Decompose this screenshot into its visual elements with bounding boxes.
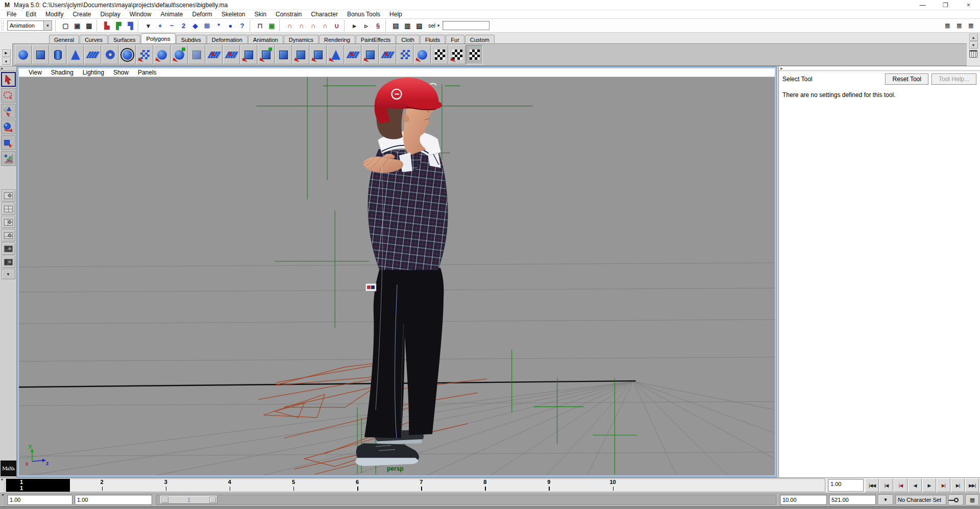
misc-mask-icon[interactable]: ? — [237, 20, 248, 31]
step-back-frame-button[interactable]: |◀ — [879, 478, 893, 492]
shelf-poly-cylinder-icon[interactable] — [50, 45, 66, 64]
viewport-menu-shading[interactable]: Shading — [46, 69, 78, 76]
frame-8[interactable]: 8 — [453, 479, 517, 492]
dynamics-mask-icon[interactable]: * — [213, 20, 224, 31]
animation-end-field[interactable]: 521.00 — [829, 495, 876, 505]
shelf-merge-vertices-icon[interactable] — [397, 45, 413, 64]
lasso-select-tool[interactable] — [1, 88, 16, 103]
menu-skeleton[interactable]: Skeleton — [217, 11, 250, 18]
tool-settings-drag-handle[interactable]: ▶ — [779, 66, 980, 71]
status-line-drag-handle[interactable] — [1, 20, 5, 31]
play-backwards-button[interactable]: ◀ — [908, 478, 922, 492]
points-mask-icon[interactable]: + — [155, 20, 165, 31]
shelf-scroll-up-button[interactable]: ▲ — [969, 34, 978, 41]
shelf-uv-checker-icon[interactable] — [431, 45, 448, 64]
shelf-scroll-down-button[interactable]: ▼ — [969, 41, 978, 49]
playback-start-field[interactable]: 1.00 — [7, 495, 72, 505]
shelf-uv-snapshot-icon[interactable] — [449, 45, 465, 64]
menu-window[interactable]: Window — [125, 11, 156, 18]
select-tool[interactable] — [1, 72, 16, 87]
highlight-selection-icon[interactable]: ▣ — [266, 20, 277, 31]
menu-character[interactable]: Character — [306, 11, 342, 18]
shelf-cut-faces-icon[interactable] — [362, 45, 379, 64]
shelf-wedge-face-icon[interactable] — [327, 45, 344, 64]
output-connections-icon[interactable]: ▹ — [361, 20, 372, 31]
character-set-field[interactable]: No Character Set — [895, 495, 946, 505]
tab-rendering[interactable]: Rendering — [319, 35, 355, 43]
shelf-tab-menu-button[interactable]: ▼ — [2, 58, 11, 65]
ipr-render-icon[interactable]: ▥ — [402, 20, 413, 31]
shelf-extrude-edge-icon[interactable] — [310, 45, 327, 64]
shelf-sculpt-geometry-icon[interactable] — [414, 45, 431, 64]
layout-persp-multi[interactable] — [2, 256, 15, 268]
menu-file[interactable]: File — [2, 11, 21, 18]
range-start-grip[interactable] — [162, 497, 168, 503]
tab-deformation[interactable]: Deformation — [207, 35, 248, 43]
construction-history-icon[interactable]: § — [373, 20, 383, 31]
auto-keyframe-button[interactable] — [948, 495, 964, 505]
tab-animation[interactable]: Animation — [248, 35, 283, 43]
time-slider-drag-handle[interactable]: ▼ — [0, 478, 5, 493]
close-button[interactable]: × — [957, 0, 980, 10]
deformations-mask-icon[interactable]: ⊞ — [202, 20, 212, 31]
tab-curves[interactable]: Curves — [80, 35, 108, 43]
shelf-smooth-icon[interactable] — [154, 45, 170, 64]
shelf-poly-torus-icon[interactable] — [102, 45, 118, 64]
go-to-start-button[interactable]: |◀◀ — [865, 478, 879, 492]
step-forward-frame-button[interactable]: ▶| — [951, 478, 965, 492]
layout-four-view[interactable] — [2, 203, 15, 215]
render-current-frame-icon[interactable]: ▤ — [390, 20, 401, 31]
minimize-button[interactable]: — — [911, 0, 934, 10]
select-object-icon[interactable]: ▛ — [113, 20, 124, 31]
tab-fur[interactable]: Fur — [446, 35, 464, 43]
frame-10[interactable]: 10 — [581, 479, 645, 492]
shelf-wire-cube-icon[interactable] — [188, 45, 205, 64]
play-forwards-button[interactable]: ▶ — [922, 478, 936, 492]
quick-selection-input[interactable] — [443, 21, 489, 30]
snap-to-points-icon[interactable]: ∩ — [308, 20, 318, 31]
animation-start-field[interactable]: 1.00 — [75, 495, 152, 505]
shelf-extrude-face-icon[interactable] — [292, 45, 309, 64]
layout-persp-graph[interactable] — [2, 229, 15, 241]
snap-to-curves-icon[interactable]: ∩ — [296, 20, 307, 31]
input-connections-icon[interactable]: ▸ — [349, 20, 360, 31]
viewport-menu-view[interactable]: View — [24, 69, 46, 76]
select-component-icon[interactable]: ▜ — [125, 20, 136, 31]
shelf-flip-icon[interactable] — [258, 45, 275, 64]
shelf-poly-cone-icon[interactable] — [67, 45, 84, 64]
layout-single-perspective[interactable] — [2, 189, 15, 202]
rendering-mask-icon[interactable]: ● — [225, 20, 236, 31]
tab-dynamics[interactable]: Dynamics — [284, 35, 318, 43]
scale-tool[interactable] — [1, 135, 16, 150]
viewport-menu-show[interactable]: Show — [109, 69, 133, 76]
menu-create[interactable]: Create — [68, 11, 95, 18]
step-back-key-button[interactable]: |◀ — [894, 478, 908, 492]
open-scene-icon[interactable]: ▣ — [72, 20, 83, 31]
shelf-reduce-icon[interactable] — [171, 45, 188, 64]
trash-icon[interactable] — [969, 50, 977, 58]
surfaces-mask-icon[interactable]: ◆ — [190, 20, 201, 31]
menu-display[interactable]: Display — [95, 11, 125, 18]
shelf-split-polygon-icon[interactable] — [379, 45, 396, 64]
tab-subdivs[interactable]: Subdivs — [176, 35, 206, 43]
step-forward-key-button[interactable]: ▶| — [937, 478, 950, 492]
shelf-smooth-proxy-icon[interactable] — [119, 45, 136, 64]
show-attribute-editor-icon[interactable]: ≣ — [942, 20, 953, 31]
shelf-item-menu-button[interactable]: ▶ — [2, 50, 11, 57]
menu-deform[interactable]: Deform — [187, 11, 216, 18]
shelf-poly-cube-icon[interactable] — [32, 45, 49, 64]
tab-custom[interactable]: Custom — [465, 35, 495, 43]
menu-constrain[interactable]: Constrain — [271, 11, 306, 18]
menu-set-selector[interactable]: Animation ▼ — [7, 20, 52, 31]
layout-hypergraph-persp[interactable] — [2, 243, 15, 255]
reset-tool-button[interactable]: Reset Tool — [885, 74, 928, 85]
rotate-tool[interactable] — [1, 119, 16, 134]
select-hierarchy-icon[interactable]: ▙ — [102, 20, 112, 31]
toolbox-drag-handle[interactable]: ▶ — [0, 66, 16, 71]
range-end-grip[interactable] — [209, 497, 216, 503]
frame-2[interactable]: 2 — [70, 479, 134, 492]
tab-polygons[interactable]: Polygons — [141, 33, 175, 43]
animation-preferences-button[interactable]: ▦ — [966, 495, 979, 505]
playback-end-field[interactable]: 10.00 — [780, 495, 827, 505]
menu-help[interactable]: Help — [385, 11, 407, 18]
